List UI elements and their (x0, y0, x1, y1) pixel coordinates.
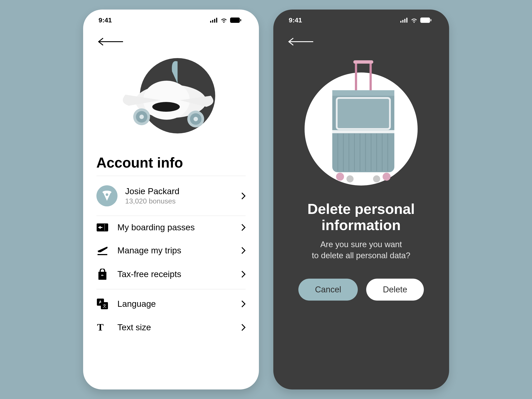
delete-button[interactable]: Delete (366, 279, 424, 301)
svg-point-52 (336, 173, 344, 181)
statusbar-time: 9:41 (289, 16, 302, 24)
statusbar-indicators (210, 18, 241, 23)
dialog-subtitle: Are you sure you want to delete all pers… (273, 239, 449, 261)
svg-rect-28 (402, 20, 403, 23)
svg-text:T: T (97, 323, 103, 332)
phone-account: 9:41 (83, 10, 259, 389)
svg-point-18 (106, 193, 108, 196)
statusbar-time: 9:41 (99, 16, 112, 24)
suitcase-illustration (299, 51, 423, 189)
text-size-icon: T (96, 323, 109, 332)
row-label: Manage my trips (117, 246, 181, 255)
svg-point-54 (347, 175, 354, 183)
wifi-icon (411, 18, 418, 23)
svg-rect-1 (212, 20, 213, 23)
cellular-icon (400, 18, 408, 23)
svg-rect-35 (353, 60, 373, 64)
svg-rect-39 (332, 90, 394, 96)
svg-rect-3 (216, 18, 217, 23)
svg-rect-21 (98, 254, 107, 255)
chevron-right-icon (241, 224, 246, 231)
row-manage-trips[interactable]: Manage my trips (83, 239, 259, 262)
row-label: Text size (117, 323, 151, 332)
dialog-title-l2: information (321, 217, 400, 233)
cellular-icon (210, 18, 218, 23)
row-text-size[interactable]: T Text size (83, 316, 259, 339)
svg-rect-27 (400, 21, 401, 23)
svg-rect-4 (230, 18, 240, 23)
dialog-title-l1: Delete personal (307, 201, 415, 217)
airplane-illustration (113, 50, 228, 146)
svg-rect-5 (240, 19, 241, 21)
cancel-button[interactable]: Cancel (298, 279, 358, 301)
profile-row[interactable]: Josie Packard 13,020 bonuses (83, 176, 259, 216)
avatar-icon (101, 190, 113, 202)
avatar (96, 185, 117, 206)
ticket-icon (96, 223, 109, 231)
statusbar-indicators (400, 18, 431, 23)
svg-point-13 (139, 115, 144, 119)
plane-takeoff-icon (96, 246, 109, 255)
svg-rect-0 (210, 21, 211, 23)
hero-illustration (273, 51, 449, 189)
svg-rect-40 (337, 98, 390, 129)
svg-rect-29 (404, 19, 405, 23)
hero-illustration (83, 50, 259, 146)
row-label: My boarding passes (117, 222, 195, 232)
svg-rect-36 (355, 64, 357, 90)
chevron-right-icon (241, 324, 246, 331)
shopping-bag-icon (96, 269, 109, 280)
svg-rect-31 (420, 18, 430, 23)
arrow-left-icon (287, 37, 314, 46)
back-button[interactable] (273, 31, 449, 47)
profile-name: Josie Packard (125, 186, 180, 196)
phone-delete: 9:41 (273, 10, 449, 389)
chevron-right-icon (241, 300, 246, 308)
svg-rect-37 (369, 64, 372, 90)
statusbar: 9:41 (273, 10, 449, 31)
svg-point-53 (383, 173, 391, 181)
svg-text:文: 文 (103, 304, 107, 308)
dialog-title: Delete personal information (273, 189, 449, 239)
row-label: Tax-free receipts (117, 269, 181, 279)
svg-rect-30 (406, 18, 407, 23)
chevron-right-icon (241, 247, 246, 254)
dialog-sub-l2: to delete all personal data? (312, 251, 410, 260)
translate-icon: A文 (96, 298, 109, 309)
row-boarding-passes[interactable]: My boarding passes (83, 216, 259, 239)
svg-rect-32 (431, 19, 431, 21)
divider (96, 289, 246, 289)
profile-sub: 13,020 bonuses (125, 197, 180, 205)
wifi-icon (220, 18, 228, 23)
svg-rect-2 (214, 19, 215, 23)
chevron-right-icon (241, 192, 246, 200)
svg-point-16 (194, 117, 198, 121)
dialog-sub-l1: Are you sure you want (320, 240, 402, 249)
battery-icon (420, 18, 431, 23)
dialog-buttons: Cancel Delete (273, 279, 449, 301)
row-label: Language (117, 299, 156, 309)
svg-point-10 (152, 102, 180, 112)
svg-rect-51 (332, 130, 394, 133)
battery-icon (230, 18, 241, 23)
row-tax-free[interactable]: Tax-free receipts (83, 262, 259, 286)
arrow-left-icon (96, 37, 124, 46)
statusbar: 9:41 (83, 10, 259, 31)
page-title: Account info (83, 146, 259, 176)
row-language[interactable]: A文 Language (83, 292, 259, 316)
chevron-right-icon (241, 270, 246, 278)
svg-point-55 (373, 175, 380, 183)
back-button[interactable] (83, 31, 259, 47)
